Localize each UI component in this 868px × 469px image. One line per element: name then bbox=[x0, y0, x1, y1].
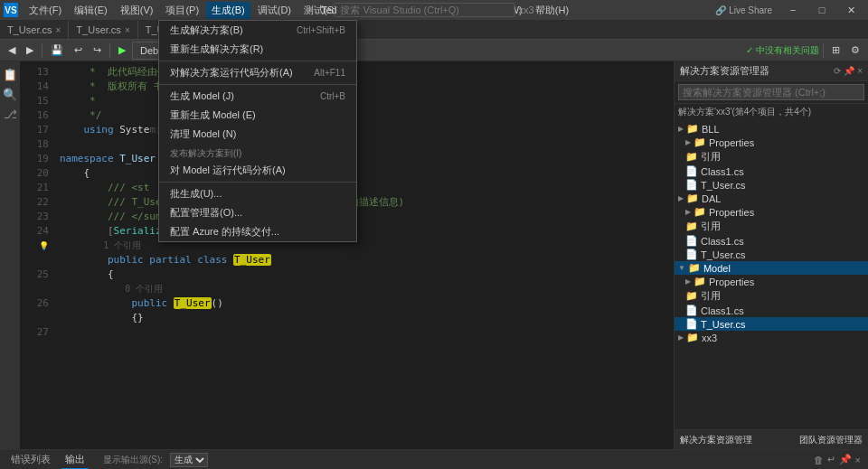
tree-dal-props-label: Properties bbox=[709, 207, 754, 218]
tree-dal-refs[interactable]: 📁 引用 bbox=[675, 219, 868, 234]
tree-model-class1[interactable]: 📄 Class1.cs bbox=[675, 304, 868, 317]
tree-model-label: Model bbox=[703, 263, 731, 274]
menu-debug[interactable]: 调试(D) bbox=[252, 2, 297, 19]
code-line-24: [Serializable] bbox=[60, 224, 666, 239]
ctx-analyze-solution[interactable]: 对解决方案运行代码分析(A) Alt+F11 bbox=[159, 63, 356, 82]
tree-model-tuser[interactable]: 📄 T_User.cs bbox=[675, 317, 868, 331]
tree-dal-refs-label: 引用 bbox=[701, 220, 721, 233]
toolbar-icons-btn[interactable]: ⊞ bbox=[827, 42, 844, 60]
tree-bll-refs-label: 引用 bbox=[701, 150, 721, 164]
output-panel: 错误列表 输出 显示输出源(S): 生成 🗑 ↵ 📌 × ========== … bbox=[0, 449, 868, 469]
ctx-rebuild-model[interactable]: 重新生成 Model (E) bbox=[159, 106, 356, 125]
toolbar-sep-2 bbox=[109, 43, 110, 58]
output-clear-icon[interactable]: 🗑 bbox=[814, 455, 824, 465]
toolbar: ◀ ▶ 💾 ↩ ↪ ▶ Debug Any CPU 150 % ⤢ ✓ 中没有相… bbox=[0, 40, 868, 61]
code-line-ref2: 0 个引用 bbox=[60, 282, 666, 296]
ted-label: Ted bbox=[321, 0, 337, 20]
tree-model-props-label: Properties bbox=[709, 277, 754, 287]
menu-help[interactable]: 帮助(H) bbox=[530, 2, 574, 19]
code-line-ref1: 1 个引用 bbox=[60, 239, 666, 253]
tree-bll[interactable]: ▶ 📁 BLL bbox=[675, 122, 868, 136]
live-share[interactable]: 🔗 Live Share bbox=[715, 5, 772, 15]
code-line-14: * 版权所有 书面同意禁止向第三方披露。 bbox=[60, 80, 666, 94]
menu-edit[interactable]: 编辑(E) bbox=[69, 2, 113, 19]
tab-close-0[interactable]: × bbox=[56, 25, 61, 35]
solution-mgr-tab[interactable]: 解决方案资源管理 bbox=[680, 434, 752, 446]
errors-tab[interactable]: 错误列表 bbox=[7, 451, 54, 468]
se-sync-icon[interactable]: ⟳ bbox=[834, 66, 841, 76]
se-close-icon[interactable]: × bbox=[857, 66, 863, 76]
app-title: xx3 bbox=[518, 5, 533, 15]
title-bar-center: xx3 bbox=[334, 3, 533, 17]
toolbar-settings-btn[interactable]: ⚙ bbox=[846, 42, 864, 60]
tree-bll-refs[interactable]: 📁 引用 bbox=[675, 149, 868, 164]
tree-model-props[interactable]: ▶ 📁 Properties bbox=[675, 275, 868, 288]
toolbar-save-btn[interactable]: 💾 bbox=[46, 42, 68, 60]
solution-explorer-title: 解决方案资源管理器 bbox=[680, 64, 769, 78]
tree-dal-class1[interactable]: 📄 Class1.cs bbox=[675, 234, 868, 248]
output-close-icon[interactable]: × bbox=[855, 455, 861, 465]
sidebar-search-icon[interactable]: 🔍 bbox=[1, 85, 19, 103]
tree-bll-class1[interactable]: 📄 Class1.cs bbox=[675, 164, 868, 178]
tree-dal-tuser[interactable]: 📄 T_User.cs bbox=[675, 248, 868, 261]
toolbar-back-btn[interactable]: ◀ bbox=[4, 42, 20, 60]
ctx-azure-deploy[interactable]: 配置 Azure 的持续交付... bbox=[159, 222, 356, 241]
tab-label-0: T_User.cs bbox=[7, 24, 52, 35]
sidebar-git-icon[interactable]: ⎇ bbox=[1, 105, 19, 123]
code-line-20: { bbox=[60, 166, 666, 181]
code-line-17: using System; bbox=[60, 123, 666, 137]
code-line-26: public T_User() bbox=[60, 296, 666, 311]
se-pin-icon[interactable]: 📌 bbox=[844, 66, 854, 76]
code-line-25b: { bbox=[60, 267, 666, 282]
minimize-button[interactable]: − bbox=[779, 0, 807, 20]
left-sidebar: 📋 🔍 ⎇ bbox=[0, 61, 20, 449]
tree-bll-tuser[interactable]: 📄 T_User.cs bbox=[675, 178, 868, 192]
code-content[interactable]: * 此代码经由代码生成器生成，版权所有不得 * 版权所有 书面同意禁止向第三方披… bbox=[52, 61, 674, 449]
code-line-21: /// <st bbox=[60, 181, 666, 195]
tree-bll-props[interactable]: ▶ 📁 Properties bbox=[675, 136, 868, 149]
tree-bll-class1-label: Class1.cs bbox=[701, 166, 744, 177]
tree-xx3[interactable]: ▶ 📁 xx3 bbox=[675, 331, 868, 344]
toolbar-undo-btn[interactable]: ↩ bbox=[70, 42, 87, 60]
solution-explorer-header: 解决方案资源管理器 ⟳ 📌 × bbox=[675, 61, 868, 81]
tab-close-1[interactable]: × bbox=[125, 25, 130, 35]
team-mgr-tab[interactable]: 团队资源管理器 bbox=[799, 434, 863, 446]
ctx-analyze-model[interactable]: 对 Model 运行代码分析(A) bbox=[159, 161, 356, 180]
toolbar-redo-btn[interactable]: ↪ bbox=[89, 42, 106, 60]
ctx-batch-build[interactable]: 批生成(U)... bbox=[159, 184, 356, 203]
tree-dal[interactable]: ▶ 📁 DAL bbox=[675, 192, 868, 205]
output-controls: 🗑 ↵ 📌 × bbox=[814, 454, 861, 465]
tree-model-refs[interactable]: 📁 引用 bbox=[675, 288, 868, 304]
solution-search-input[interactable] bbox=[678, 84, 864, 100]
output-tab[interactable]: 输出 bbox=[61, 451, 89, 469]
ctx-build-model[interactable]: 生成 Model (J) Ctrl+B bbox=[159, 87, 356, 106]
menu-view[interactable]: 视图(V) bbox=[115, 2, 159, 19]
ctx-divider-1 bbox=[159, 61, 356, 61]
close-button[interactable]: ✕ bbox=[837, 0, 864, 20]
tree-dal-props[interactable]: ▶ 📁 Properties bbox=[675, 205, 868, 219]
ctx-config-manager[interactable]: 配置管理器(O)... bbox=[159, 203, 356, 222]
toolbar-forward-btn[interactable]: ▶ bbox=[22, 42, 38, 60]
ctx-rebuild-solution[interactable]: 重新生成解决方案(R) bbox=[159, 40, 356, 59]
sidebar-explorer-icon[interactable]: 📋 bbox=[1, 65, 19, 83]
search-input[interactable] bbox=[334, 3, 514, 17]
menu-project[interactable]: 项目(P) bbox=[160, 2, 204, 19]
output-header: 错误列表 输出 显示输出源(S): 生成 🗑 ↵ 📌 × bbox=[0, 450, 868, 469]
maximize-button[interactable]: □ bbox=[808, 0, 835, 20]
toolbar-start-btn[interactable]: ▶ bbox=[114, 42, 130, 60]
solution-search-area bbox=[675, 81, 868, 104]
tree-model[interactable]: ▼ 📁 Model bbox=[675, 261, 868, 275]
ctx-build-solution[interactable]: 生成解决方案(B) Ctrl+Shift+B bbox=[159, 21, 356, 40]
ctx-clean-model[interactable]: 清理 Model (N) bbox=[159, 125, 356, 144]
tab-0[interactable]: T_User.cs × bbox=[0, 21, 69, 39]
menu-file[interactable]: 文件(F) bbox=[24, 2, 67, 19]
tab-1[interactable]: T_User.cs × bbox=[69, 21, 137, 39]
right-panel-bottom: 解决方案资源管理 团队资源管理器 bbox=[675, 429, 868, 449]
output-pin-icon[interactable]: 📌 bbox=[839, 454, 852, 465]
output-wrap-icon[interactable]: ↵ bbox=[827, 454, 835, 465]
tree-dal-label: DAL bbox=[702, 193, 721, 204]
title-bar: VS 文件(F) 编辑(E) 视图(V) 项目(P) 生成(B) 调试(D) 测… bbox=[0, 0, 868, 20]
menu-build[interactable]: 生成(B) bbox=[206, 2, 250, 19]
output-source-select[interactable]: 生成 bbox=[170, 453, 208, 467]
line-numbers: 13 14 15 16 17 18 19 20 21 22 23 24 💡 25… bbox=[20, 61, 52, 449]
